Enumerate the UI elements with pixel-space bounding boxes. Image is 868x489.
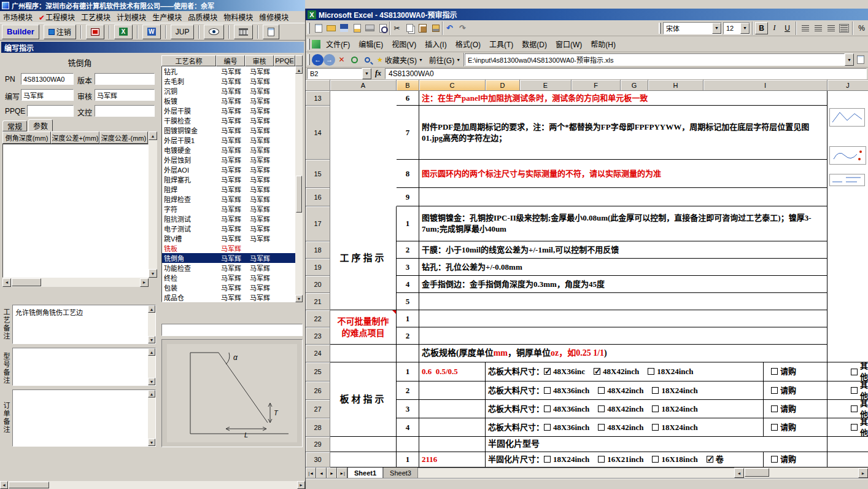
scroll-right-icon[interactable]: ► bbox=[297, 481, 305, 489]
cell-K28[interactable]: 其他 bbox=[827, 418, 868, 437]
fx-label[interactable]: fx bbox=[371, 69, 385, 78]
checkbox-请购[interactable]: 请购 bbox=[771, 366, 796, 377]
cell-B23[interactable]: 2 bbox=[397, 327, 419, 345]
checkbox-卷[interactable]: 卷 bbox=[707, 454, 724, 465]
cell-K26[interactable]: 其他 bbox=[827, 381, 868, 400]
font-size-combo[interactable]: 12▼ bbox=[723, 22, 750, 34]
paste-button[interactable] bbox=[416, 22, 429, 34]
embedded-image-thumbnail[interactable] bbox=[829, 108, 865, 127]
ppqe-input[interactable] bbox=[27, 105, 74, 117]
checkbox-18X24inch[interactable]: 18X24inch bbox=[652, 422, 697, 433]
process-row-23[interactable]: 成品仓马军辉马军辉 bbox=[162, 292, 296, 302]
excel-tool-button[interactable]: X bbox=[114, 25, 133, 39]
column-header-C[interactable]: C bbox=[419, 80, 486, 91]
row-header-18[interactable]: 18 bbox=[306, 241, 330, 259]
excel-menu-item-3[interactable]: 插入(I) bbox=[420, 37, 451, 51]
last-sheet-icon[interactable]: ►| bbox=[337, 467, 347, 479]
checkbox-18X24inch[interactable]: 18X24inch bbox=[648, 366, 693, 377]
tab-general[interactable]: 常规 bbox=[2, 120, 27, 131]
checkbox-请购[interactable]: 请购 bbox=[771, 404, 796, 415]
excel-menu-item-5[interactable]: 工具(T) bbox=[485, 37, 517, 51]
cell-B16[interactable]: 9 bbox=[397, 188, 419, 206]
param-grid-vscrollbar[interactable]: ▲ ▼ bbox=[149, 131, 157, 278]
bold-button[interactable]: B bbox=[755, 22, 768, 34]
undo-button[interactable]: ↶ bbox=[443, 22, 456, 34]
cell-CI23[interactable] bbox=[419, 327, 827, 345]
refresh-button[interactable] bbox=[348, 53, 361, 66]
select-all-corner[interactable] bbox=[306, 80, 330, 91]
cell-A25[interactable]: 板材指示 bbox=[330, 362, 397, 437]
process-row-3[interactable]: 板镀马军辉马军辉 bbox=[162, 96, 296, 106]
align-center-button[interactable] bbox=[812, 22, 824, 34]
web-extra-button[interactable] bbox=[854, 53, 867, 66]
column-header-D[interactable]: D bbox=[486, 80, 520, 91]
cell-J25[interactable]: 请购 bbox=[764, 362, 827, 381]
cell-B25[interactable]: 1 bbox=[397, 362, 419, 381]
param-col-depth[interactable]: 倒角深度(mm) bbox=[2, 131, 51, 144]
toolbar-grip[interactable] bbox=[659, 23, 661, 34]
cell-B15[interactable]: 8 bbox=[397, 160, 419, 188]
favorites-button[interactable]: ★收藏夹(S)▼ bbox=[374, 55, 426, 65]
left-menu-item-1[interactable]: ✔工程模块 bbox=[36, 10, 78, 23]
scroll-down-icon[interactable]: ▼ bbox=[148, 439, 155, 446]
process-row-14[interactable]: 字符马军辉马军辉 bbox=[162, 204, 296, 214]
checkbox-请购[interactable]: 请购 bbox=[771, 454, 796, 465]
scroll-down-icon[interactable]: ▼ bbox=[149, 269, 157, 278]
excel-menu-item-2[interactable]: 视图(V) bbox=[387, 37, 420, 51]
column-header-J[interactable]: J bbox=[827, 80, 868, 91]
sheet-tab-sheet3[interactable]: Sheet3 bbox=[383, 467, 418, 479]
cell-D128[interactable]: 芯板大料尺寸：48X36inch48X42inch18X24inch bbox=[486, 418, 764, 437]
scroll-up-icon[interactable]: ▲ bbox=[149, 131, 157, 140]
cell-B21[interactable]: 5 bbox=[397, 293, 419, 310]
jup-button[interactable]: JUP bbox=[171, 25, 195, 39]
next-sheet-icon[interactable]: ► bbox=[327, 467, 337, 479]
logout-button[interactable]: 注销 bbox=[44, 25, 76, 39]
row-header-15[interactable]: 15 bbox=[306, 160, 330, 188]
cell-B24[interactable] bbox=[397, 345, 419, 362]
scrollbar-thumb[interactable] bbox=[9, 482, 49, 488]
process-row-2[interactable]: 沉铜马军辉马军辉 bbox=[162, 86, 296, 96]
process-row-20[interactable]: 功能检查马军辉马军辉 bbox=[162, 263, 296, 273]
row-header-17[interactable]: 17 bbox=[306, 206, 330, 241]
checkbox-48X42inch[interactable]: 48X42inch bbox=[598, 404, 643, 415]
process-row-15[interactable]: 阻抗测试马军辉马军辉 bbox=[162, 214, 296, 224]
cell-K25[interactable]: 其他 bbox=[827, 362, 868, 381]
cell-B19[interactable]: 3 bbox=[397, 259, 419, 276]
italic-button[interactable]: I bbox=[768, 22, 781, 34]
scroll-up-icon[interactable]: ▲ bbox=[295, 66, 303, 74]
row-header-16[interactable]: 16 bbox=[306, 188, 330, 206]
chevron-down-icon[interactable]: ▼ bbox=[712, 23, 721, 34]
cell-CI22[interactable] bbox=[419, 310, 827, 327]
note-scrollbar[interactable]: ▲▼ bbox=[148, 390, 155, 446]
scrollbar-thumb[interactable] bbox=[745, 468, 769, 477]
checkbox-48X36inch[interactable]: 48X36inch bbox=[544, 404, 589, 415]
row-header-26[interactable]: 26 bbox=[306, 381, 330, 400]
cell-B30[interactable]: 1 bbox=[397, 452, 419, 467]
left-horizontal-scrollbar[interactable]: ◄ ► bbox=[0, 481, 305, 489]
excel-menu-item-1[interactable]: 编辑(E) bbox=[354, 37, 387, 51]
cell-D126[interactable]: 芯板大料尺寸：48X36inch48X42inch18X24inch bbox=[486, 381, 764, 400]
cell-CI16[interactable] bbox=[419, 188, 827, 206]
open-button[interactable] bbox=[325, 22, 338, 34]
process-row-7[interactable]: 外层干膜1马军辉马军辉 bbox=[162, 135, 296, 145]
row-header-14[interactable]: 14 bbox=[306, 106, 330, 160]
embedded-image-thumbnail[interactable] bbox=[829, 146, 866, 165]
toolbar-grip[interactable] bbox=[308, 39, 310, 50]
param-col-tol-minus[interactable]: 深度公差-(mm) bbox=[99, 131, 148, 144]
prev-sheet-icon[interactable]: ◄ bbox=[316, 467, 327, 479]
merge-center-button[interactable] bbox=[837, 22, 850, 34]
cell-CI13[interactable]: 注：在生产panel中加阻抗测试条时，测试条的方向和单元板一致 bbox=[419, 91, 827, 106]
stop-button[interactable]: ✕ bbox=[335, 53, 348, 66]
cell-CI18[interactable]: 干膜：小于10mil的线宽公差为+/-1mil,可以控制不用反馈 bbox=[419, 241, 827, 259]
param-grid-body[interactable] bbox=[2, 144, 149, 278]
format-painter-button[interactable] bbox=[429, 22, 442, 34]
cell-CI21[interactable] bbox=[419, 293, 827, 310]
cell-J30[interactable]: 请购 bbox=[764, 452, 827, 467]
cell-A30[interactable] bbox=[330, 452, 397, 467]
cell-C28[interactable] bbox=[419, 418, 486, 437]
name-box-dropdown-icon[interactable]: ▼ bbox=[362, 68, 371, 79]
cell-A24[interactable] bbox=[330, 345, 397, 362]
column-header-A[interactable]: A bbox=[330, 80, 397, 91]
version-input[interactable] bbox=[95, 73, 155, 85]
checkbox-48X36inc[interactable]: 48X36inc bbox=[544, 366, 585, 377]
